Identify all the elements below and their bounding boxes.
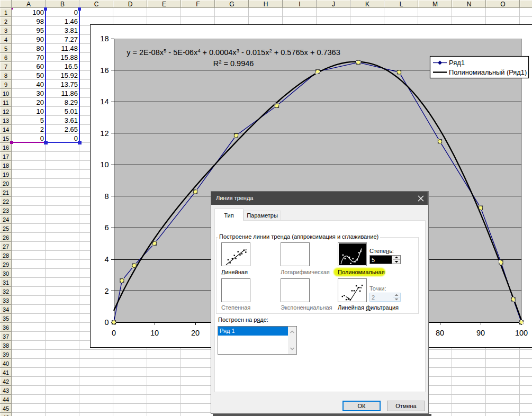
- svg-text:80: 80: [436, 329, 444, 337]
- svg-text:Полиномиальный (Ряд1): Полиномиальный (Ряд1): [449, 68, 527, 76]
- svg-text:10: 10: [100, 160, 109, 169]
- svg-text:0: 0: [104, 318, 109, 327]
- svg-text:14: 14: [100, 97, 109, 106]
- svg-text:18: 18: [100, 34, 109, 43]
- svg-text:4: 4: [104, 255, 109, 264]
- svg-text:90: 90: [476, 329, 485, 337]
- svg-text:10: 10: [150, 329, 159, 337]
- svg-text:8: 8: [104, 192, 109, 201]
- svg-text:16: 16: [100, 66, 109, 75]
- svg-text:2: 2: [104, 287, 109, 295]
- svg-text:20: 20: [191, 329, 200, 337]
- svg-text:6: 6: [104, 223, 109, 232]
- svg-text:0: 0: [112, 329, 116, 337]
- svg-text:100: 100: [515, 329, 528, 337]
- svg-text:12: 12: [100, 129, 109, 138]
- svg-text:Ряд1: Ряд1: [449, 59, 465, 67]
- svg-text:y = 2E-08x5 - 5E-06x4 + 0.0004: y = 2E-08x5 - 5E-06x4 + 0.0004x3 - 0.015…: [127, 48, 340, 57]
